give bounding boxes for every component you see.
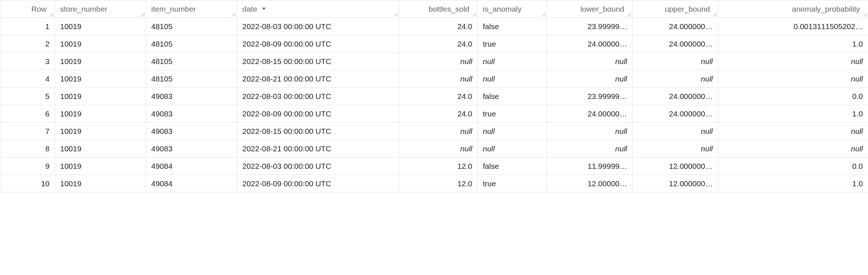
cell-date: 2022-08-03 00:00:00 UTC — [237, 158, 399, 175]
column-header-label: upper_bound — [665, 5, 710, 13]
cell-store_number: 10019 — [55, 18, 146, 35]
row-number-cell: 9 — [0, 158, 55, 175]
cell-bottles_sold: null — [399, 123, 478, 140]
column-resize-handle-icon[interactable] — [712, 12, 717, 17]
cell-item_number: 48105 — [146, 70, 237, 88]
column-header-label: item_number — [151, 5, 196, 13]
cell-is_anomaly: false — [478, 18, 547, 35]
cell-bottles_sold: 12.0 — [399, 175, 478, 192]
cell-upper_bound: null — [633, 123, 718, 140]
column-header-date[interactable]: date — [237, 0, 399, 18]
svg-line-17 — [865, 15, 867, 16]
cell-is_anomaly: true — [478, 105, 547, 123]
row-number-cell: 5 — [0, 88, 55, 105]
svg-line-1 — [52, 15, 54, 16]
cell-lower_bound: 24.00000… — [547, 35, 633, 53]
cell-is_anomaly: null — [478, 53, 547, 70]
cell-date: 2022-08-09 00:00:00 UTC — [237, 35, 399, 53]
svg-line-15 — [715, 15, 717, 16]
table-row: 310019481052022-08-15 00:00:00 UTCnullnu… — [0, 53, 868, 70]
cell-item_number: 48105 — [146, 35, 237, 53]
cell-item_number: 49084 — [146, 158, 237, 175]
cell-is_anomaly: null — [478, 70, 547, 88]
column-header-anomaly_probability[interactable]: anomaly_probability — [718, 0, 868, 18]
cell-bottles_sold: null — [399, 70, 478, 88]
cell-date: 2022-08-21 00:00:00 UTC — [237, 70, 399, 88]
svg-line-3 — [143, 15, 145, 16]
table-row: 910019490842022-08-03 00:00:00 UTC12.0fa… — [0, 158, 868, 175]
svg-line-5 — [234, 15, 236, 16]
column-header-label: anomaly_probability — [792, 5, 860, 13]
row-number-cell: 8 — [0, 140, 55, 158]
cell-item_number: 49084 — [146, 175, 237, 192]
column-resize-handle-icon[interactable] — [862, 12, 867, 17]
column-resize-handle-icon[interactable] — [231, 12, 236, 17]
cell-item_number: 48105 — [146, 18, 237, 35]
column-header-is_anomaly[interactable]: is_anomaly — [478, 0, 547, 18]
row-number-cell: 6 — [0, 105, 55, 123]
column-header-label: bottles_sold — [429, 5, 469, 13]
column-resize-handle-icon[interactable] — [541, 12, 546, 17]
column-resize-handle-icon[interactable] — [140, 12, 145, 17]
column-header-lower_bound[interactable]: lower_bound — [547, 0, 633, 18]
cell-store_number: 10019 — [55, 88, 146, 105]
cell-upper_bound: 24.000000… — [633, 105, 718, 123]
column-header-label: date — [242, 5, 257, 13]
row-number-cell: 1 — [0, 18, 55, 35]
svg-line-9 — [474, 15, 476, 16]
column-resize-handle-icon[interactable] — [393, 12, 398, 17]
column-header-bottles_sold[interactable]: bottles_sold — [399, 0, 478, 18]
cell-anomaly_probability: 1.0 — [718, 175, 868, 192]
column-header-item_number[interactable]: item_number — [146, 0, 237, 18]
cell-upper_bound: 24.000000… — [633, 88, 718, 105]
cell-lower_bound: 11.99999… — [547, 158, 633, 175]
row-number-cell: 2 — [0, 35, 55, 53]
cell-lower_bound: null — [547, 123, 633, 140]
cell-store_number: 10019 — [55, 140, 146, 158]
cell-store_number: 10019 — [55, 53, 146, 70]
cell-bottles_sold: null — [399, 140, 478, 158]
cell-lower_bound: null — [547, 140, 633, 158]
cell-upper_bound: 24.000000… — [633, 18, 718, 35]
table-row: 510019490832022-08-03 00:00:00 UTC24.0fa… — [0, 88, 868, 105]
column-header-row: Row — [0, 0, 55, 18]
svg-line-7 — [396, 15, 398, 16]
cell-bottles_sold: 24.0 — [399, 35, 478, 53]
column-header-label: lower_bound — [580, 5, 624, 13]
cell-is_anomaly: true — [478, 35, 547, 53]
column-header-label: store_number — [60, 5, 107, 13]
column-resize-handle-icon[interactable] — [49, 12, 54, 17]
svg-line-12 — [627, 13, 631, 16]
cell-date: 2022-08-03 00:00:00 UTC — [237, 18, 399, 35]
cell-date: 2022-08-03 00:00:00 UTC — [237, 88, 399, 105]
svg-line-8 — [473, 13, 476, 16]
svg-line-11 — [544, 15, 546, 16]
cell-upper_bound: 24.000000… — [633, 35, 718, 53]
cell-store_number: 10019 — [55, 70, 146, 88]
svg-line-2 — [141, 13, 145, 16]
cell-store_number: 10019 — [55, 158, 146, 175]
cell-is_anomaly: false — [478, 158, 547, 175]
cell-upper_bound: 12.000000… — [633, 158, 718, 175]
cell-store_number: 10019 — [55, 175, 146, 192]
cell-item_number: 49083 — [146, 123, 237, 140]
cell-lower_bound: 23.99999… — [547, 18, 633, 35]
column-header-upper_bound[interactable]: upper_bound — [633, 0, 718, 18]
row-number-cell: 3 — [0, 53, 55, 70]
column-header-store_number[interactable]: store_number — [55, 0, 146, 18]
table-row: 210019481052022-08-09 00:00:00 UTC24.0tr… — [0, 35, 868, 53]
column-resize-handle-icon[interactable] — [626, 12, 632, 17]
table-row: 110019481052022-08-03 00:00:00 UTC24.0fa… — [0, 18, 868, 35]
table-row: 710019490832022-08-15 00:00:00 UTCnullnu… — [0, 123, 868, 140]
cell-item_number: 49083 — [146, 140, 237, 158]
cell-anomaly_probability: null — [718, 140, 868, 158]
cell-lower_bound: 23.99999… — [547, 88, 633, 105]
svg-line-0 — [50, 13, 54, 16]
column-header-label: is_anomaly — [483, 5, 521, 13]
cell-store_number: 10019 — [55, 105, 146, 123]
svg-line-6 — [394, 13, 398, 16]
table-row: 610019490832022-08-09 00:00:00 UTC24.0tr… — [0, 105, 868, 123]
cell-lower_bound: 12.00000… — [547, 175, 633, 192]
column-resize-handle-icon[interactable] — [472, 12, 477, 17]
row-number-cell: 4 — [0, 70, 55, 88]
